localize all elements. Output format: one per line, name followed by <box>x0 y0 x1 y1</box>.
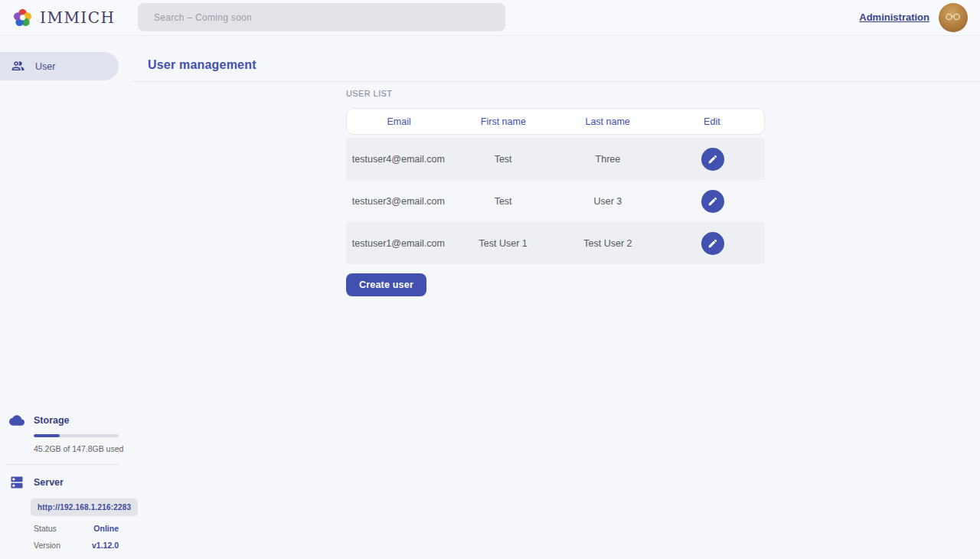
search-input[interactable] <box>138 3 505 31</box>
cell-last-name: User 3 <box>556 196 661 207</box>
sidebar-item-label: User <box>35 61 55 72</box>
brand-wordmark: IMMICH <box>40 8 116 27</box>
immich-admin-app: IMMICH Administration User Storage <box>0 0 980 559</box>
cell-first-name: Test <box>451 196 556 207</box>
pencil-icon <box>707 154 718 165</box>
administration-link[interactable]: Administration <box>859 11 929 23</box>
user-table-header: Email First name Last name Edit <box>346 108 765 135</box>
version-label: Version <box>34 541 60 550</box>
sidebar-item-user[interactable]: User <box>0 52 119 80</box>
create-user-button[interactable]: Create user <box>346 273 426 296</box>
user-list-section: USER LIST Email First name Last name Edi… <box>346 89 765 296</box>
server-version-row: Version v1.12.0 <box>34 541 119 550</box>
storage-usage-text: 45.2GB of 147.8GB used <box>34 444 130 453</box>
cell-first-name: Test <box>451 154 556 165</box>
status-value: Online <box>93 524 119 533</box>
immich-flower-icon <box>12 8 33 28</box>
admin-sidebar: User Storage 45.2GB of 147.8GB used Serv… <box>0 36 130 559</box>
server-status-row: Status Online <box>34 524 119 533</box>
users-icon <box>11 59 25 74</box>
edit-user-button[interactable] <box>701 190 724 213</box>
pencil-icon <box>707 196 718 207</box>
main-panel: User management USER LIST Email First na… <box>130 36 980 559</box>
user-avatar[interactable] <box>939 3 968 32</box>
edit-user-button[interactable] <box>701 148 724 171</box>
edit-user-button[interactable] <box>701 232 724 255</box>
section-label: USER LIST <box>346 89 765 98</box>
table-row: testuser4@email.com Test Three <box>346 138 765 180</box>
cell-email: testuser4@email.com <box>346 154 451 165</box>
storage-progress-bar <box>34 434 119 437</box>
user-table-body: testuser4@email.com Test Three testuser3… <box>346 138 765 264</box>
sidebar-divider <box>6 464 119 465</box>
page-title: User management <box>148 58 256 72</box>
server-title: Server <box>34 477 64 488</box>
sidebar-footer: Storage 45.2GB of 147.8GB used Server ht… <box>0 413 130 550</box>
pencil-icon <box>707 238 718 249</box>
top-nav-bar: IMMICH Administration <box>0 0 980 36</box>
cell-email: testuser1@email.com <box>346 238 451 249</box>
server-url-badge: http://192.168.1.216:2283 <box>31 499 138 516</box>
cell-last-name: Three <box>556 154 661 165</box>
cell-last-name: Test User 2 <box>556 238 661 249</box>
column-header-first-name: First name <box>451 116 555 127</box>
column-header-last-name: Last name <box>556 116 660 127</box>
storage-title: Storage <box>34 415 70 426</box>
avatar-photo-detail <box>944 13 962 21</box>
column-header-email: Email <box>347 116 451 127</box>
column-header-edit: Edit <box>660 116 764 127</box>
table-row: testuser1@email.com Test User 1 Test Use… <box>346 222 765 264</box>
title-divider <box>131 81 980 82</box>
server-section-header: Server <box>0 475 130 490</box>
server-icon <box>9 475 24 490</box>
version-value: v1.12.0 <box>92 541 119 550</box>
cell-first-name: Test User 1 <box>451 238 556 249</box>
cell-email: testuser3@email.com <box>346 196 451 207</box>
immich-logo[interactable]: IMMICH <box>12 0 116 35</box>
storage-progress-fill <box>34 434 60 437</box>
storage-section-header: Storage <box>0 413 130 428</box>
status-label: Status <box>34 524 57 533</box>
table-row: testuser3@email.com Test User 3 <box>346 180 765 222</box>
cloud-icon <box>9 413 24 428</box>
